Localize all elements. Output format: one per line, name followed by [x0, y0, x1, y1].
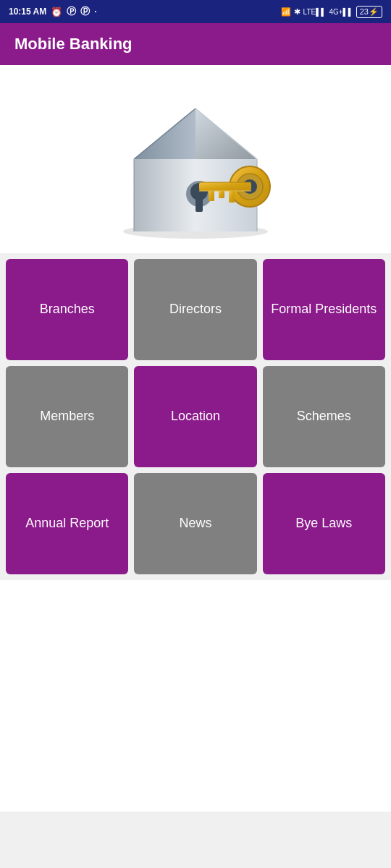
- svg-rect-18: [219, 191, 224, 198]
- grid-item-branches[interactable]: Branches: [6, 259, 128, 360]
- signal-lte1: LTE▌▌: [303, 8, 327, 16]
- grid-item-annual-report[interactable]: Annual Report: [6, 473, 128, 574]
- dot-icon: ·: [94, 7, 96, 17]
- empty-area: [0, 580, 391, 812]
- grid-item-news[interactable]: News: [134, 473, 256, 574]
- status-bar: 10:15 AM ⏰ Ⓟ ⓟ · 📶 ✱ LTE▌▌ 4G+▌▌ 23⚡: [0, 0, 391, 23]
- house-key-illustration: [94, 80, 297, 239]
- menu-grid: BranchesDirectorsFormal PresidentsMember…: [0, 253, 391, 580]
- svg-rect-17: [209, 191, 214, 201]
- svg-rect-10: [196, 197, 203, 212]
- svg-rect-19: [229, 191, 235, 203]
- signal-lte2: 4G+▌▌: [329, 8, 353, 16]
- p2-icon: ⓟ: [80, 5, 90, 18]
- hero-image: [0, 65, 391, 253]
- grid-item-location[interactable]: Location: [134, 366, 256, 467]
- grid-item-schemes[interactable]: Schemes: [263, 366, 385, 467]
- battery-indicator: 23⚡: [356, 6, 382, 18]
- p-icon: Ⓟ: [67, 5, 76, 18]
- alarm-icon: ⏰: [51, 7, 62, 17]
- app-header: Mobile Banking: [0, 23, 391, 65]
- grid-item-directors[interactable]: Directors: [134, 259, 256, 360]
- grid-item-formal-presidents[interactable]: Formal Presidents: [263, 259, 385, 360]
- status-time-area: 10:15 AM ⏰ Ⓟ ⓟ ·: [9, 5, 97, 18]
- status-right-area: 📶 ✱ LTE▌▌ 4G+▌▌ 23⚡: [281, 6, 382, 18]
- grid-item-bye-laws[interactable]: Bye Laws: [263, 473, 385, 574]
- svg-rect-14: [199, 182, 251, 191]
- status-time: 10:15 AM: [9, 7, 46, 17]
- app-title: Mobile Banking: [14, 35, 133, 54]
- bluetooth-icon: ✱: [294, 7, 300, 17]
- wifi-icon: 📶: [281, 7, 291, 17]
- grid-item-members[interactable]: Members: [6, 366, 128, 467]
